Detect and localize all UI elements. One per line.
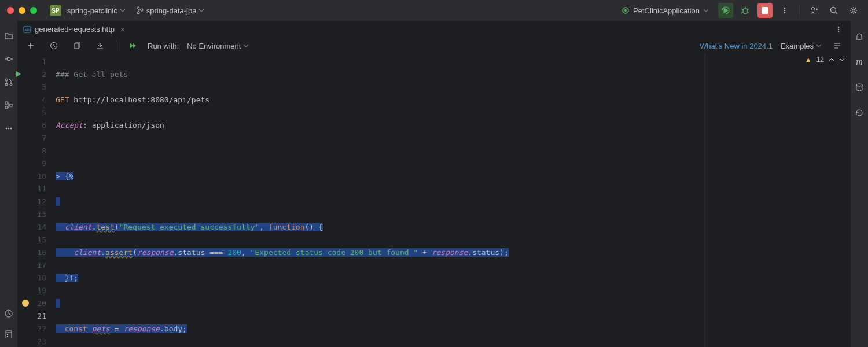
more-actions-button[interactable] [777, 3, 792, 18]
build-tool-button[interactable] [3, 308, 14, 319]
svg-point-30 [856, 84, 862, 86]
http-toolbar: Run with: No Environment What's New in 2… [17, 38, 851, 53]
examples-label: Examples [781, 42, 814, 50]
left-tool-strip [0, 21, 17, 347]
svg-point-20 [8, 128, 10, 130]
close-tab-button[interactable]: × [120, 25, 125, 34]
maximize-window-button[interactable] [30, 7, 37, 14]
svg-text:API: API [24, 28, 30, 32]
run-button[interactable] [718, 3, 733, 18]
stop-button[interactable] [757, 3, 773, 18]
svg-point-21 [10, 128, 12, 130]
svg-point-5 [743, 8, 748, 14]
tab-options-button[interactable] [831, 22, 846, 37]
run-config-label: PetClinicApplication [633, 6, 700, 15]
svg-point-12 [7, 57, 10, 61]
search-everywhere-button[interactable] [826, 3, 841, 18]
code-content[interactable]: ### Get all pets GET http://localhost:80… [53, 53, 851, 347]
svg-point-1 [137, 12, 139, 14]
run-config-dropdown[interactable]: PetClinicApplication [617, 4, 713, 17]
import-button[interactable] [93, 38, 108, 53]
chevron-down-icon [243, 43, 249, 49]
code-token: function [269, 223, 305, 231]
editor-tab-bar: API generated-requests.http × [17, 21, 851, 38]
module-dropdown[interactable]: spring-data-jpa [136, 6, 205, 15]
code-editor[interactable]: ▲ 12 1 2 3 4 5 6 7 8 9 10 11 12 13 14 15 [17, 53, 851, 347]
titlebar: SP spring-petclinic spring-data-jpa PetC… [0, 0, 868, 21]
commit-tool-button[interactable] [3, 53, 14, 65]
svg-point-14 [5, 83, 8, 86]
svg-point-4 [624, 9, 627, 12]
window-controls [0, 7, 44, 14]
project-tool-button[interactable] [3, 30, 14, 42]
notifications-button[interactable] [852, 29, 867, 44]
svg-point-2 [141, 9, 143, 11]
settings-button[interactable] [846, 3, 861, 18]
code-token: GET [56, 95, 69, 104]
svg-point-15 [10, 83, 12, 86]
database-tool-button[interactable] [852, 80, 867, 95]
history-button[interactable] [46, 38, 61, 53]
line-number-gutter: 1 2 3 4 5 6 7 8 9 10 11 12 13 14 15 16 1… [17, 53, 53, 347]
app-icon [621, 6, 630, 14]
close-window-button[interactable] [7, 7, 14, 14]
svg-point-8 [784, 12, 786, 14]
copy-button[interactable] [69, 38, 84, 53]
svg-rect-18 [10, 104, 12, 106]
code-token: application/json [92, 121, 164, 130]
code-token: const [65, 324, 87, 333]
code-with-me-button[interactable] [807, 3, 822, 18]
terminal-tool-button[interactable] [3, 328, 14, 340]
ai-tool-button[interactable]: m [852, 54, 867, 69]
refresh-tool-button[interactable] [852, 105, 867, 120]
minimize-window-button[interactable] [19, 7, 25, 14]
run-all-button[interactable] [124, 38, 139, 53]
environment-dropdown[interactable]: No Environment [187, 42, 249, 50]
svg-point-25 [838, 26, 840, 28]
whats-new-link[interactable]: What's New in 2024.1 [700, 42, 773, 50]
ai-tool-label: m [856, 57, 863, 67]
code-token: http://localhost:8080/api/pets [73, 95, 209, 104]
svg-point-6 [784, 8, 786, 9]
code-token: === [209, 248, 223, 257]
project-name-label: spring-petclinic [67, 6, 117, 15]
editor-tab[interactable]: API generated-requests.http × [17, 21, 131, 38]
svg-point-0 [137, 7, 139, 9]
http-file-icon: API [23, 25, 31, 34]
project-badge: SP [50, 5, 61, 16]
pull-requests-tool-button[interactable] [3, 76, 14, 88]
more-tools-button[interactable] [3, 123, 14, 134]
svg-point-13 [5, 79, 8, 81]
code-token: 200 [227, 248, 241, 257]
environment-label: No Environment [187, 42, 241, 50]
soft-wrap-button[interactable] [830, 38, 845, 53]
chevron-down-icon [816, 43, 822, 49]
svg-point-27 [838, 31, 840, 32]
module-name-label: spring-data-jpa [146, 6, 197, 15]
code-line: ### Get all pets [56, 70, 128, 79]
code-token: "Expected status code 200 but found " [251, 248, 418, 257]
debug-button[interactable] [738, 3, 753, 18]
right-tool-strip: m [851, 21, 868, 347]
examples-dropdown[interactable]: Examples [781, 42, 822, 50]
add-request-button[interactable] [23, 38, 38, 53]
tab-filename: generated-requests.http [35, 25, 115, 34]
svg-rect-16 [5, 102, 8, 104]
stop-icon [762, 7, 768, 14]
code-token: "Request executed successfully" [119, 223, 260, 231]
code-token: Accept [56, 121, 83, 130]
svg-rect-29 [75, 43, 79, 49]
project-dropdown[interactable]: spring-petclinic [67, 6, 126, 15]
structure-tool-button[interactable] [3, 99, 14, 111]
editor-area: API generated-requests.http × Run with: … [17, 21, 851, 347]
svg-point-26 [838, 28, 840, 30]
svg-rect-17 [5, 106, 8, 109]
chevron-down-icon [198, 8, 204, 13]
svg-point-11 [852, 9, 855, 12]
run-with-label: Run with: [148, 42, 179, 50]
vcs-branch-icon [136, 6, 144, 14]
svg-point-10 [831, 8, 836, 13]
svg-point-19 [6, 128, 8, 130]
svg-point-9 [812, 8, 815, 10]
svg-point-7 [784, 10, 786, 12]
